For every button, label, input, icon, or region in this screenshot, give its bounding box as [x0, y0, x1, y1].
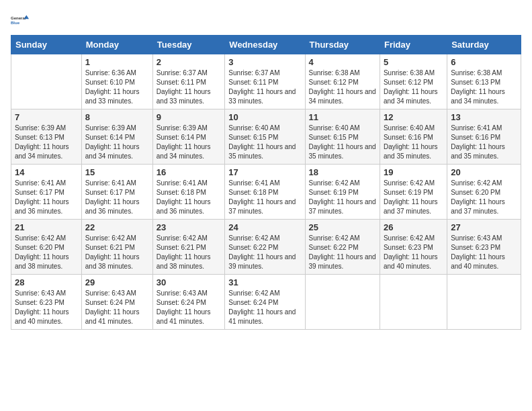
day-number: 22 — [85, 222, 149, 232]
calendar-cell — [11, 54, 82, 109]
day-info: Sunrise: 6:41 AMSunset: 6:17 PMDaylight:… — [15, 179, 78, 216]
header-tuesday: Tuesday — [152, 36, 225, 54]
header-sunday: Sunday — [11, 36, 82, 54]
day-number: 5 — [384, 57, 443, 67]
day-info: Sunrise: 6:42 AMSunset: 6:24 PMDaylight:… — [228, 289, 301, 326]
week-row-3: 14Sunrise: 6:41 AMSunset: 6:17 PMDayligh… — [11, 165, 521, 220]
day-number: 10 — [228, 112, 301, 122]
calendar-cell: 26Sunrise: 6:42 AMSunset: 6:23 PMDayligh… — [380, 220, 447, 275]
day-info: Sunrise: 6:40 AMSunset: 6:15 PMDaylight:… — [309, 124, 376, 161]
day-info: Sunrise: 6:42 AMSunset: 6:22 PMDaylight:… — [228, 234, 301, 271]
day-number: 3 — [228, 57, 301, 67]
calendar-cell: 12Sunrise: 6:40 AMSunset: 6:16 PMDayligh… — [380, 109, 447, 165]
day-number: 1 — [85, 57, 149, 67]
calendar-cell: 11Sunrise: 6:40 AMSunset: 6:15 PMDayligh… — [305, 109, 380, 165]
day-info: Sunrise: 6:41 AMSunset: 6:18 PMDaylight:… — [228, 179, 301, 216]
logo: GeneralBlue — [11, 11, 30, 30]
week-row-5: 28Sunrise: 6:43 AMSunset: 6:23 PMDayligh… — [11, 275, 521, 330]
day-number: 20 — [451, 167, 517, 177]
calendar-cell: 6Sunrise: 6:38 AMSunset: 6:13 PMDaylight… — [447, 54, 521, 109]
day-info: Sunrise: 6:42 AMSunset: 6:20 PMDaylight:… — [15, 234, 78, 271]
calendar-cell: 8Sunrise: 6:39 AMSunset: 6:14 PMDaylight… — [81, 109, 152, 165]
day-info: Sunrise: 6:42 AMSunset: 6:23 PMDaylight:… — [384, 234, 443, 271]
calendar-cell: 27Sunrise: 6:43 AMSunset: 6:23 PMDayligh… — [447, 220, 521, 275]
day-number: 23 — [157, 222, 222, 232]
day-info: Sunrise: 6:42 AMSunset: 6:20 PMDaylight:… — [451, 179, 517, 216]
day-info: Sunrise: 6:41 AMSunset: 6:16 PMDaylight:… — [451, 124, 517, 161]
calendar-cell: 18Sunrise: 6:42 AMSunset: 6:19 PMDayligh… — [305, 165, 380, 220]
day-number: 7 — [15, 112, 78, 122]
day-info: Sunrise: 6:41 AMSunset: 6:18 PMDaylight:… — [157, 179, 222, 216]
day-info: Sunrise: 6:42 AMSunset: 6:19 PMDaylight:… — [309, 179, 376, 216]
calendar-cell: 5Sunrise: 6:38 AMSunset: 6:12 PMDaylight… — [380, 54, 447, 109]
day-info: Sunrise: 6:42 AMSunset: 6:22 PMDaylight:… — [309, 234, 376, 271]
day-number: 25 — [309, 222, 376, 232]
day-number: 8 — [85, 112, 149, 122]
day-number: 14 — [15, 167, 78, 177]
week-row-4: 21Sunrise: 6:42 AMSunset: 6:20 PMDayligh… — [11, 220, 521, 275]
day-number: 9 — [157, 112, 222, 122]
day-info: Sunrise: 6:42 AMSunset: 6:19 PMDaylight:… — [384, 179, 443, 216]
day-info: Sunrise: 6:39 AMSunset: 6:14 PMDaylight:… — [157, 124, 222, 161]
calendar-cell: 22Sunrise: 6:42 AMSunset: 6:21 PMDayligh… — [81, 220, 152, 275]
day-info: Sunrise: 6:38 AMSunset: 6:12 PMDaylight:… — [309, 68, 376, 106]
day-info: Sunrise: 6:43 AMSunset: 6:23 PMDaylight:… — [451, 234, 517, 271]
day-info: Sunrise: 6:37 AMSunset: 6:11 PMDaylight:… — [228, 68, 301, 106]
calendar-cell: 15Sunrise: 6:41 AMSunset: 6:17 PMDayligh… — [81, 165, 152, 220]
day-number: 29 — [85, 277, 149, 287]
day-info: Sunrise: 6:42 AMSunset: 6:21 PMDaylight:… — [85, 234, 149, 271]
day-info: Sunrise: 6:38 AMSunset: 6:12 PMDaylight:… — [384, 68, 443, 106]
day-number: 30 — [157, 277, 222, 287]
day-number: 17 — [228, 167, 301, 177]
day-number: 28 — [15, 277, 78, 287]
day-info: Sunrise: 6:40 AMSunset: 6:15 PMDaylight:… — [228, 124, 301, 161]
week-row-2: 7Sunrise: 6:39 AMSunset: 6:13 PMDaylight… — [11, 109, 521, 165]
day-number: 24 — [228, 222, 301, 232]
day-number: 19 — [384, 167, 443, 177]
header-wednesday: Wednesday — [225, 36, 305, 54]
day-number: 18 — [309, 167, 376, 177]
day-info: Sunrise: 6:37 AMSunset: 6:11 PMDaylight:… — [157, 68, 222, 106]
day-info: Sunrise: 6:39 AMSunset: 6:13 PMDaylight:… — [15, 124, 78, 161]
logo-icon: GeneralBlue — [11, 11, 30, 30]
calendar-cell — [447, 275, 521, 330]
calendar-cell — [380, 275, 447, 330]
calendar-cell: 13Sunrise: 6:41 AMSunset: 6:16 PMDayligh… — [447, 109, 521, 165]
day-number: 12 — [384, 112, 443, 122]
day-number: 31 — [228, 277, 301, 287]
day-info: Sunrise: 6:43 AMSunset: 6:24 PMDaylight:… — [85, 289, 149, 326]
day-info: Sunrise: 6:43 AMSunset: 6:24 PMDaylight:… — [157, 289, 222, 326]
header-monday: Monday — [81, 36, 152, 54]
day-info: Sunrise: 6:39 AMSunset: 6:14 PMDaylight:… — [85, 124, 149, 161]
header-saturday: Saturday — [447, 36, 521, 54]
calendar-cell — [305, 275, 380, 330]
day-info: Sunrise: 6:43 AMSunset: 6:23 PMDaylight:… — [15, 289, 78, 326]
calendar-cell: 25Sunrise: 6:42 AMSunset: 6:22 PMDayligh… — [305, 220, 380, 275]
calendar-cell: 4Sunrise: 6:38 AMSunset: 6:12 PMDaylight… — [305, 54, 380, 109]
svg-text:Blue: Blue — [11, 21, 20, 25]
day-number: 2 — [157, 57, 222, 67]
calendar-table: SundayMondayTuesdayWednesdayThursdayFrid… — [11, 35, 521, 330]
day-number: 27 — [451, 222, 517, 232]
day-number: 16 — [157, 167, 222, 177]
day-number: 13 — [451, 112, 517, 122]
calendar-cell: 3Sunrise: 6:37 AMSunset: 6:11 PMDaylight… — [225, 54, 305, 109]
day-info: Sunrise: 6:40 AMSunset: 6:16 PMDaylight:… — [384, 124, 443, 161]
calendar-cell: 1Sunrise: 6:36 AMSunset: 6:10 PMDaylight… — [81, 54, 152, 109]
day-info: Sunrise: 6:41 AMSunset: 6:17 PMDaylight:… — [85, 179, 149, 216]
calendar-cell: 20Sunrise: 6:42 AMSunset: 6:20 PMDayligh… — [447, 165, 521, 220]
day-number: 15 — [85, 167, 149, 177]
calendar-cell: 30Sunrise: 6:43 AMSunset: 6:24 PMDayligh… — [152, 275, 225, 330]
calendar-cell: 29Sunrise: 6:43 AMSunset: 6:24 PMDayligh… — [81, 275, 152, 330]
calendar-cell: 10Sunrise: 6:40 AMSunset: 6:15 PMDayligh… — [225, 109, 305, 165]
calendar-cell: 7Sunrise: 6:39 AMSunset: 6:13 PMDaylight… — [11, 109, 82, 165]
calendar-cell: 21Sunrise: 6:42 AMSunset: 6:20 PMDayligh… — [11, 220, 82, 275]
calendar-cell: 28Sunrise: 6:43 AMSunset: 6:23 PMDayligh… — [11, 275, 82, 330]
calendar-cell: 17Sunrise: 6:41 AMSunset: 6:18 PMDayligh… — [225, 165, 305, 220]
calendar-cell: 14Sunrise: 6:41 AMSunset: 6:17 PMDayligh… — [11, 165, 82, 220]
calendar-cell: 9Sunrise: 6:39 AMSunset: 6:14 PMDaylight… — [152, 109, 225, 165]
calendar-cell: 24Sunrise: 6:42 AMSunset: 6:22 PMDayligh… — [225, 220, 305, 275]
page-header: GeneralBlue — [11, 11, 521, 30]
day-info: Sunrise: 6:38 AMSunset: 6:13 PMDaylight:… — [451, 68, 517, 106]
day-number: 26 — [384, 222, 443, 232]
